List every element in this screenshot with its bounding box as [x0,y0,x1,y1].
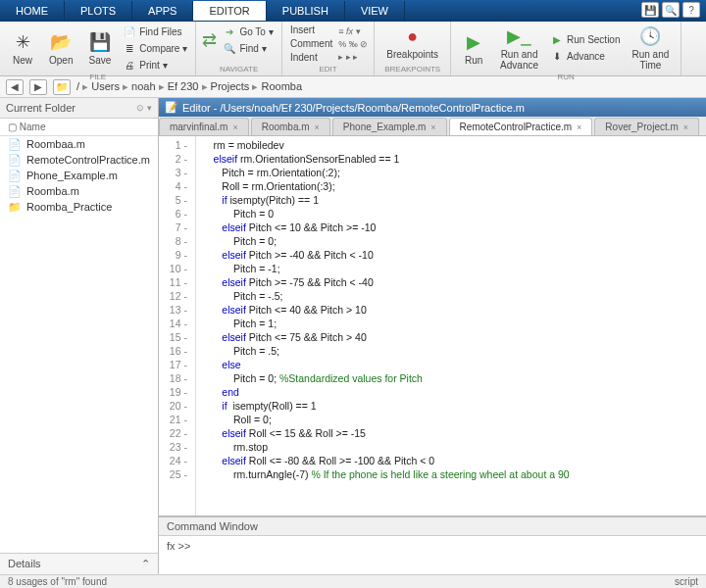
save-button[interactable]: 💾Save [82,29,117,68]
main-tab-home[interactable]: HOME [0,1,65,21]
new-button[interactable]: ✳New [6,29,39,68]
edit-group-label: EDIT [288,65,368,74]
new-icon: ✳ [12,31,33,53]
main-tab-plots[interactable]: PLOTS [65,1,132,21]
editor-title-icon: 📝 [165,101,178,114]
help-icon[interactable]: ? [682,2,700,18]
current-folder-panel: Current Folder⊙ ▾ ▢ Name 📄Roombaa.m📄Remo… [0,98,159,574]
run-button[interactable]: ▶Run [457,29,490,68]
compare-icon: ≣ [123,41,136,55]
tab-close-icon[interactable]: × [577,122,581,132]
run-icon: ▶ [463,31,484,53]
save-icon: 💾 [89,31,111,53]
goto-icon: ➔ [223,24,236,38]
editor-title-bar: 📝Editor - /Users/noah/Ef 230/Projects/Ro… [159,98,706,117]
breadcrumb[interactable]: Projects [211,80,250,92]
main-tab-view[interactable]: VIEW [345,1,405,21]
tab-close-icon[interactable]: × [683,122,688,132]
run-time-icon: 🕓 [639,25,661,47]
editor-tab[interactable]: RemoteControlPractice.m × [449,118,593,135]
find-button[interactable]: 🔍Find ▾ [221,40,276,56]
find-files-icon: 📄 [123,24,136,38]
nav-icon: ⇄ [202,29,217,51]
mfile-icon: 📄 [8,185,22,197]
nav-fwd[interactable]: ▶ [29,79,47,95]
tab-close-icon[interactable]: × [232,122,237,132]
file-item[interactable]: 📄Phone_Example.m [0,168,158,183]
breadcrumb-root[interactable]: / [76,80,79,92]
indent-button[interactable]: Indent [288,51,334,64]
editor-tab[interactable]: Roomba.m × [251,118,330,135]
mfile-icon: 📄 [8,170,22,181]
breadcrumb[interactable]: Ef 230 [168,80,199,92]
find-files-button[interactable]: 📄Find Files [121,24,189,39]
breakpoints-button[interactable]: ●Breakpoints [380,24,444,62]
open-button[interactable]: 📂Open [43,29,78,68]
command-window: Command Window fx >> [159,515,706,574]
status-left: 8 usages of "rm" found [8,576,107,587]
command-prompt[interactable]: fx >> [159,536,706,574]
folder-icon[interactable]: 📁 [53,79,71,95]
print-button[interactable]: 🖨Print ▾ [121,57,189,73]
comment-button[interactable]: Comment [288,37,334,50]
file-name: Roombaa.m [26,138,85,150]
file-name: Roomba_Practice [26,201,112,213]
breakpoints-icon: ● [402,25,424,47]
code-area[interactable]: 1 -2 -3 -4 -5 -6 -7 -8 -9 -10 -11 -12 -1… [159,136,706,515]
print-icon: 🖨 [123,58,136,72]
run-time-button[interactable]: 🕓Run and Time [627,24,676,73]
main-tab-editor[interactable]: EDITOR [193,1,266,21]
bp-group-label: BREAKPOINTS [380,65,444,74]
tab-label: marvinfinal.m [170,122,227,132]
open-icon: 📂 [50,31,72,53]
file-name: RemoteControlPractice.m [26,154,150,166]
tab-label: RemoteControlPractice.m [460,122,572,132]
name-column-header[interactable]: ▢ Name [0,119,158,136]
editor-tab[interactable]: Phone_Example.m × [332,118,447,135]
main-tab-publish[interactable]: PUBLISH [267,1,345,21]
comment-opts[interactable]: % ‰ ⊘ [338,38,368,50]
search-quick-icon[interactable]: 🔍 [662,2,680,18]
find-icon: 🔍 [223,41,236,55]
file-name: Phone_Example.m [26,170,118,181]
breadcrumb[interactable]: Roomba [261,80,302,92]
nav-back[interactable]: ◀ [6,79,24,95]
run-section-icon: ▶ [550,33,564,47]
save-quick-icon[interactable]: 💾 [641,2,659,18]
advance-button[interactable]: ⬇Advance [548,49,622,65]
file-name: Roomba.m [26,185,79,197]
details-bar[interactable]: Details⌃ [0,553,158,574]
run-advance-icon: ▶⎯ [509,25,530,47]
file-item[interactable]: 📄RemoteControlPractice.m [0,152,158,168]
tab-close-icon[interactable]: × [315,122,320,132]
status-bar: 8 usages of "rm" found script [0,574,706,588]
indent-opts[interactable]: ▸ ▸ ▸ [338,51,368,63]
tab-close-icon[interactable]: × [430,122,435,132]
goto-button[interactable]: ➔Go To ▾ [221,24,276,39]
advance-icon: ⬇ [550,50,564,64]
insert-opts[interactable]: ≡ fx ▾ [338,25,368,37]
details-caret-icon: ⌃ [141,558,150,570]
run-advance-button[interactable]: ▶⎯Run and Advance [494,24,544,73]
breadcrumb[interactable]: noah [131,80,155,92]
status-right: script [675,576,698,587]
command-window-header[interactable]: Command Window [159,517,706,536]
editor-tab[interactable]: Rover_Project.m × [594,118,699,135]
tab-add[interactable]: + [701,118,706,135]
editor-tab[interactable]: marvinfinal.m × [159,118,249,135]
insert-button[interactable]: Insert [288,24,334,36]
file-item[interactable]: 📄Roomba.m [0,183,158,199]
tab-label: Phone_Example.m [343,122,427,132]
file-item[interactable]: 📄Roombaa.m [0,136,158,152]
main-tab-apps[interactable]: APPS [132,1,193,21]
folder-icon: 📁 [8,201,22,213]
breadcrumb[interactable]: Users [91,80,120,92]
tab-label: Rover_Project.m [605,122,678,132]
current-folder-header[interactable]: Current Folder⊙ ▾ [0,98,158,119]
file-item[interactable]: 📁Roomba_Practice [0,199,158,215]
main-tabstrip: HOMEPLOTSAPPSEDITORPUBLISHVIEW [0,0,706,22]
run-section-button[interactable]: ▶Run Section [548,32,622,48]
compare-button[interactable]: ≣Compare ▾ [121,40,189,56]
panel-menu-icon[interactable]: ⊙ ▾ [136,103,152,113]
tab-label: Roomba.m [262,122,310,132]
